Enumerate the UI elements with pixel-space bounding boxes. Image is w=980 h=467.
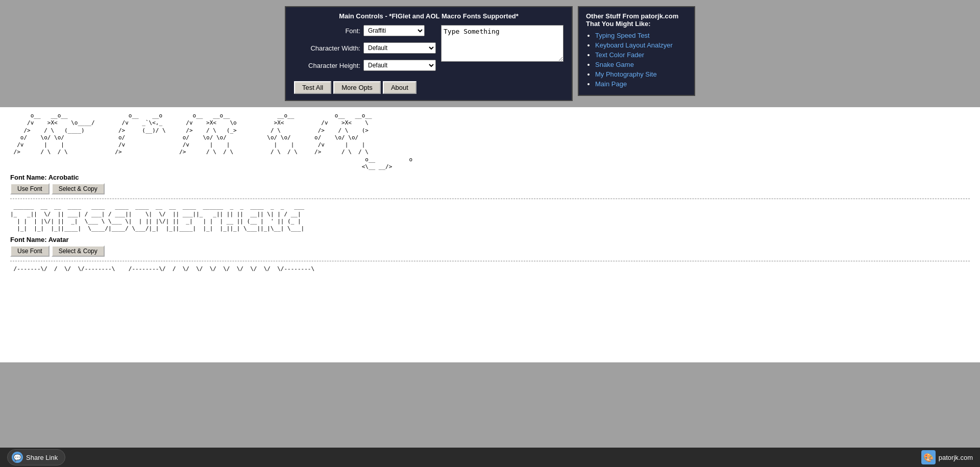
third-art: /-------\/ / \/ \/--------\ /--------\/ … — [10, 265, 970, 273]
main-controls-title: Main Controls - *FIGlet and AOL Macro Fo… — [294, 12, 564, 20]
snake-game-link[interactable]: Snake Game — [595, 61, 634, 68]
list-item: Main Page — [595, 80, 687, 88]
main-controls-panel: Main Controls - *FIGlet and AOL Macro Fo… — [285, 6, 573, 101]
avatar-font-label: Font Name: Avatar — [10, 236, 970, 243]
other-stuff-title: Other Stuff From patorjk.comThat You Mig… — [586, 12, 687, 28]
font-select[interactable]: Graffiti Acrobatic Avatar Banner — [363, 25, 425, 36]
keyboard-layout-link[interactable]: Keyboard Layout Analzyer — [595, 41, 673, 49]
list-item: Snake Game — [595, 61, 687, 68]
font-divider-2 — [10, 261, 970, 261]
avatar-use-font-button[interactable]: Use Font — [10, 245, 50, 257]
acrobatic-use-font-button[interactable]: Use Font — [10, 183, 50, 194]
char-width-select[interactable]: Default Full Fitted Controlled Smushing … — [363, 42, 436, 54]
avatar-font-buttons: Use Font Select & Copy — [10, 245, 970, 257]
about-button[interactable]: About — [383, 81, 416, 94]
char-height-label: Character Height: — [294, 62, 360, 69]
list-item: Keyboard Layout Analzyer — [595, 41, 687, 49]
list-item: Typing Speed Test — [595, 32, 687, 39]
other-stuff-list: Typing Speed Test Keyboard Layout Analzy… — [586, 32, 687, 88]
main-page-link[interactable]: Main Page — [595, 80, 627, 88]
acrobatic-font-buttons: Use Font Select & Copy — [10, 183, 970, 194]
avatar-art: ______ __ __ ____ ____ ____ ____ __ __ _… — [10, 203, 970, 232]
acrobatic-select-copy-button[interactable]: Select & Copy — [52, 183, 105, 194]
text-color-link[interactable]: Text Color Fader — [595, 51, 644, 59]
avatar-block: ______ __ __ ____ ____ ____ ____ __ __ _… — [10, 203, 970, 232]
text-input[interactable]: Type Something — [441, 25, 564, 62]
typing-speed-link[interactable]: Typing Speed Test — [595, 32, 650, 39]
acrobatic-block: o__ __o__ o__ __o o__ __o__ __o__ o__ __… — [10, 112, 970, 170]
acrobatic-art: o__ __o__ o__ __o o__ __o__ __o__ o__ __… — [10, 112, 970, 170]
list-item: My Photography Site — [595, 70, 687, 78]
list-item: Text Color Fader — [595, 51, 687, 59]
third-block: /-------\/ / \/ \/--------\ /--------\/ … — [10, 265, 970, 273]
font-divider-1 — [10, 199, 970, 199]
avatar-select-copy-button[interactable]: Select & Copy — [52, 245, 105, 257]
more-opts-button[interactable]: More Opts — [333, 81, 381, 94]
acrobatic-font-label: Font Name: Acrobatic — [10, 174, 970, 181]
font-label: Font: — [294, 27, 360, 35]
other-stuff-panel: Other Stuff From patorjk.comThat You Mig… — [578, 6, 695, 96]
main-content: o__ __o__ o__ __o o__ __o__ __o__ o__ __… — [0, 107, 980, 362]
char-width-label: Character Width: — [294, 44, 360, 52]
char-height-select[interactable]: Default Full Fitted Controlled Smushing … — [363, 60, 436, 71]
photography-link[interactable]: My Photography Site — [595, 70, 657, 78]
test-all-button[interactable]: Test All — [294, 81, 331, 94]
